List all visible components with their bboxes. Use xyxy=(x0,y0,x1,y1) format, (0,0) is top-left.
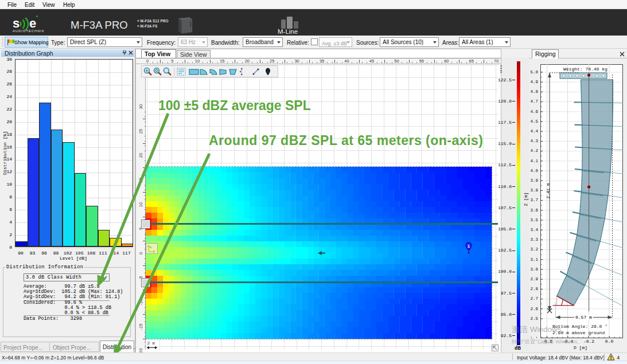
svg-text:+: + xyxy=(146,68,149,73)
svg-text:1: 1 xyxy=(468,244,470,249)
svg-text:x: x xyxy=(150,245,151,249)
svg-text:!: ! xyxy=(610,355,612,361)
